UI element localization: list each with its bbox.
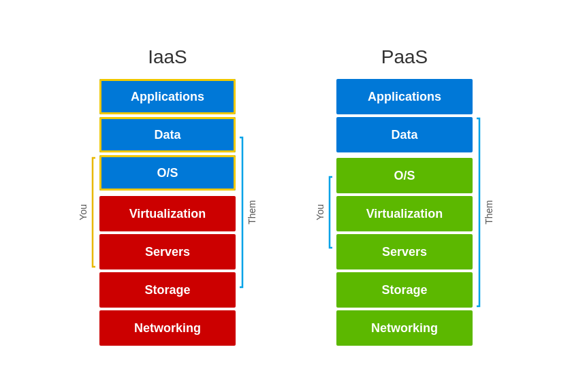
iaas-gap	[99, 191, 236, 196]
iaas-layer-data: Data	[99, 117, 236, 152]
paas-layer-applications: Applications	[336, 79, 473, 114]
iaas-them-label: Them	[245, 200, 259, 225]
iaas-layer-storage: Storage	[99, 272, 236, 308]
iaas-layer-applications: Applications	[99, 79, 236, 114]
iaas-stack-wrapper: You Applications Data O/S Virtualization	[76, 79, 259, 346]
iaas-you-stack: Applications Data O/S	[99, 79, 236, 191]
paas-them-bracket: Them	[475, 79, 496, 346]
paas-column: PaaS You Applications Data O	[313, 46, 496, 346]
paas-them-label: Them	[482, 200, 496, 225]
iaas-column: IaaS You Applications Data O/S	[76, 46, 259, 346]
iaas-them-bracket-svg	[238, 135, 245, 290]
paas-them-bracket-svg	[475, 116, 482, 309]
paas-them-stack: O/S Virtualization Servers Storage Netwo…	[336, 158, 473, 346]
iaas-title: IaaS	[148, 46, 187, 68]
iaas-them-stack: Virtualization Servers Storage Networkin…	[99, 196, 236, 346]
paas-layer-os: O/S	[336, 158, 473, 193]
paas-title: PaaS	[381, 46, 428, 68]
iaas-you-label: You	[76, 204, 90, 220]
iaas-layer-os: O/S	[99, 155, 236, 191]
paas-you-stack: Applications Data	[336, 79, 473, 152]
paas-layer-servers: Servers	[336, 234, 473, 270]
iaas-them-bracket: Them	[238, 79, 259, 346]
paas-you-bracket: You	[313, 79, 334, 346]
paas-you-bracket-svg	[327, 174, 334, 250]
paas-layer-storage: Storage	[336, 272, 473, 308]
iaas-you-bracket: You	[76, 79, 97, 346]
iaas-layer-networking: Networking	[99, 310, 236, 346]
paas-layer-networking: Networking	[336, 310, 473, 346]
paas-you-label: You	[313, 204, 327, 220]
paas-layer-virtualization: Virtualization	[336, 196, 473, 231]
paas-gap	[336, 152, 473, 158]
iaas-you-bracket-svg	[90, 155, 97, 270]
diagram-container: IaaS You Applications Data O/S	[63, 33, 509, 359]
paas-stack-wrapper: You Applications Data O/S Virtualization	[313, 79, 496, 346]
iaas-layer-servers: Servers	[99, 234, 236, 270]
iaas-layer-virtualization: Virtualization	[99, 196, 236, 231]
paas-layer-data: Data	[336, 117, 473, 152]
